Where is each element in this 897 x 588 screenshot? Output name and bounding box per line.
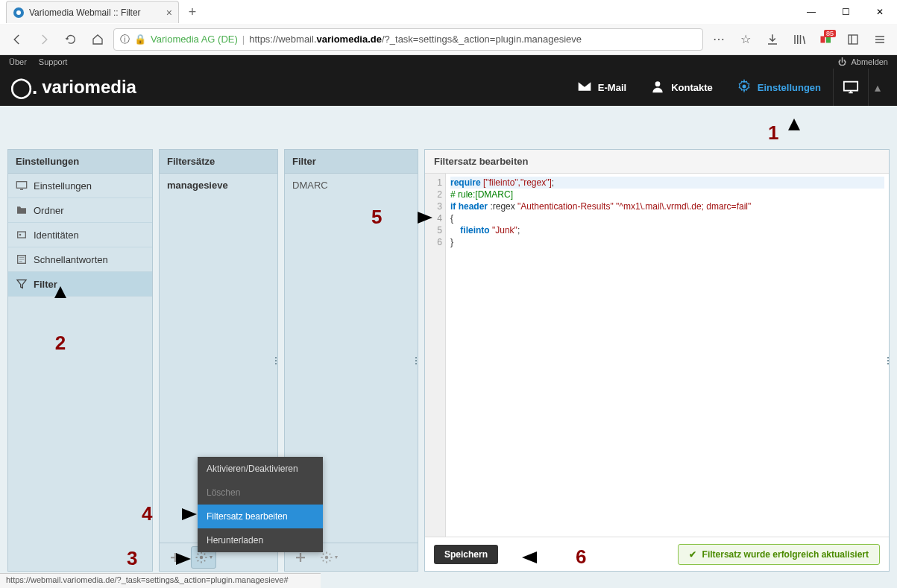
svg-rect-8 [844, 82, 857, 91]
gear-icon [737, 79, 752, 96]
filter-header: Filter [285, 150, 418, 174]
browser-toolbar: ⓘ 🔒 Variomedia AG (DE) | https://webmail… [0, 24, 897, 55]
display-mode-caret[interactable]: ▴ [868, 69, 887, 106]
success-message: ✔ Filtersatz wurde erfolgreich aktualisi… [678, 544, 880, 565]
editor-footer: Speichern ✔ Filtersatz wurde erfolgreich… [425, 537, 889, 571]
code-editor[interactable]: 123456 require ["fileinto","regex"]; # r… [425, 174, 889, 537]
minimize-button[interactable]: — [794, 0, 828, 24]
info-icon[interactable]: ⓘ [120, 33, 130, 46]
nav-settings[interactable]: Einstellungen [725, 69, 833, 106]
editor-panel: Filtersatz bearbeiten 123456 require ["f… [424, 149, 890, 572]
favorite-icon[interactable]: ☆ [734, 28, 757, 51]
close-window-button[interactable]: ✕ [863, 0, 897, 24]
url-bar[interactable]: ⓘ 🔒 Variomedia AG (DE) | https://webmail… [113, 28, 703, 51]
app-meta-bar: Über Support ⏻ Abmelden [0, 55, 897, 69]
downloads-icon[interactable] [761, 28, 784, 51]
filterset-context-menu: Aktivieren/Deaktivieren Löschen Filtersa… [198, 457, 323, 552]
svg-point-1 [16, 10, 21, 15]
extension-badge: 85 [824, 30, 836, 37]
app-header: ◯.variomedia E-Mail Kontakte Einstellung… [0, 69, 897, 106]
resize-grip[interactable] [887, 346, 892, 376]
mail-icon [577, 79, 592, 96]
add-filterset-button[interactable] [163, 546, 188, 569]
settings-item-identities[interactable]: Identitäten [8, 223, 152, 247]
nav-contacts[interactable]: Kontakte [638, 69, 725, 106]
svg-point-7 [742, 84, 746, 88]
svg-point-14 [325, 555, 329, 559]
settings-item-filter[interactable]: Filter [8, 272, 152, 297]
extension-icon[interactable]: 85 [815, 28, 837, 51]
browser-tab[interactable]: Variomedia Webmail :: Filter × [6, 1, 179, 23]
resize-grip[interactable] [415, 346, 420, 376]
forward-button[interactable] [33, 28, 55, 51]
nav-email[interactable]: E-Mail [565, 69, 638, 106]
menu-button[interactable] [869, 28, 891, 51]
main-content: Einstellungen Einstellungen Ordner Ident… [7, 149, 890, 572]
svg-point-13 [200, 555, 204, 559]
svg-rect-10 [18, 232, 26, 238]
ctx-download[interactable]: Herunterladen [198, 528, 323, 552]
settings-panel-header: Einstellungen [8, 150, 152, 174]
browser-status-bar: https://webmail.variomedia.de/?_task=set… [0, 573, 321, 588]
settings-item-preferences[interactable]: Einstellungen [8, 174, 152, 198]
logo-icon: ◯. [10, 76, 37, 99]
annotation-1: 1 [768, 116, 804, 153]
code-content[interactable]: require ["fileinto","regex"]; # rule:[DM… [446, 174, 889, 537]
tab-close-icon[interactable]: × [166, 7, 172, 19]
reload-button[interactable] [60, 28, 82, 51]
url-text: https://webmail.variomedia.de/?_task=set… [249, 34, 582, 45]
svg-rect-9 [16, 182, 26, 189]
editor-title: Filtersatz bearbeiten [425, 150, 889, 174]
sidebar-icon[interactable] [842, 28, 864, 51]
line-gutter: 123456 [425, 174, 446, 537]
settings-item-responses[interactable]: Schnellantworten [8, 247, 152, 272]
filterset-item[interactable]: managesieve [160, 174, 277, 197]
settings-item-folders[interactable]: Ordner [8, 198, 152, 223]
filtersets-header: Filtersätze [160, 150, 277, 174]
tab-favicon [13, 7, 25, 19]
svg-point-11 [19, 234, 22, 236]
person-icon [650, 79, 665, 96]
logout-link[interactable]: Abmelden [851, 57, 888, 66]
new-tab-button[interactable]: + [183, 4, 201, 20]
site-identity: Variomedia AG (DE) [151, 34, 238, 45]
svg-rect-4 [849, 35, 857, 44]
settings-panel: Einstellungen Einstellungen Ordner Ident… [7, 149, 153, 572]
display-mode-button[interactable] [833, 69, 868, 106]
tab-title: Variomedia Webmail :: Filter [29, 7, 141, 18]
browser-titlebar: Variomedia Webmail :: Filter × + — ☐ ✕ [0, 0, 897, 24]
library-icon[interactable] [788, 28, 811, 51]
settings-list: Einstellungen Ordner Identitäten Schnell… [8, 174, 152, 571]
ctx-edit[interactable]: Filtersatz bearbeiten [198, 505, 323, 528]
filter-item[interactable]: DMARC [285, 174, 418, 197]
power-icon: ⏻ [838, 57, 846, 66]
lock-icon: 🔒 [134, 34, 146, 45]
logo-text: variomedia [42, 77, 136, 98]
back-button[interactable] [6, 28, 28, 51]
meta-support-link[interactable]: Support [39, 57, 68, 66]
ctx-delete[interactable]: Löschen [198, 481, 323, 505]
ctx-toggle[interactable]: Aktivieren/Deaktivieren [198, 457, 323, 481]
window-controls: — ☐ ✕ [794, 0, 897, 24]
brand-logo[interactable]: ◯.variomedia [10, 76, 136, 99]
meta-about-link[interactable]: Über [9, 57, 27, 66]
check-icon: ✔ [689, 549, 696, 560]
resize-grip[interactable] [275, 346, 280, 376]
home-button[interactable] [86, 28, 109, 51]
save-button[interactable]: Speichern [434, 545, 498, 564]
page-action-icon[interactable]: ⋯ [708, 28, 730, 51]
maximize-button[interactable]: ☐ [828, 0, 863, 24]
svg-point-6 [655, 81, 661, 86]
